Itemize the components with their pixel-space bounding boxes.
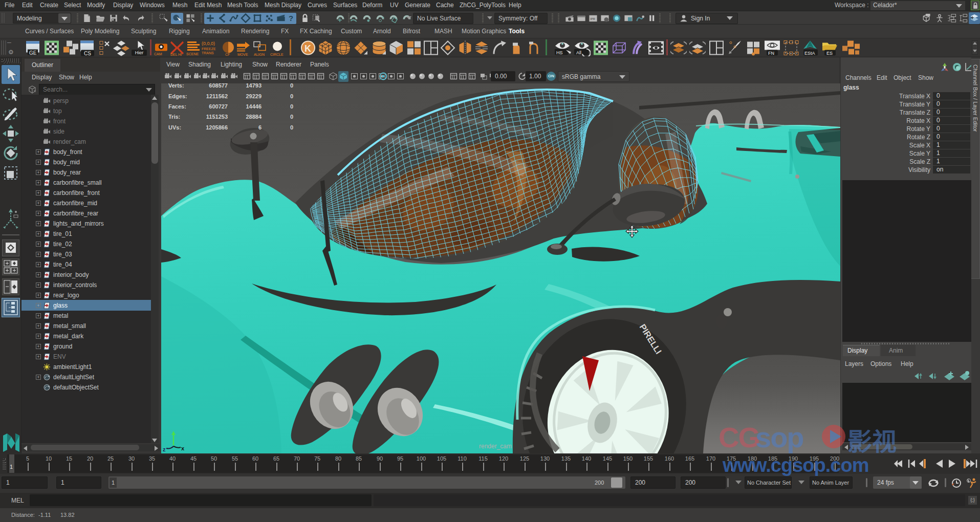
svg-text:FREEZE: FREEZE [202, 47, 216, 51]
svg-text:ALIGN: ALIGN [254, 53, 265, 56]
svg-text:DEL HI: DEL HI [170, 53, 182, 56]
svg-text:MOVE: MOVE [237, 53, 248, 56]
svg-text:x: x [181, 445, 185, 451]
svg-text:ES: ES [826, 51, 833, 56]
svg-text:render_cam: render_cam [479, 443, 512, 450]
svg-text:(0,0,0): (0,0,0) [202, 41, 215, 46]
svg-text:TRANS: TRANS [202, 51, 214, 55]
svg-text:K: K [304, 44, 311, 54]
svg-text:All: All [576, 50, 581, 55]
svg-text:FN: FN [768, 51, 774, 56]
svg-text:CS: CS [84, 51, 91, 56]
svg-text:z: z [163, 446, 166, 452]
svg-text:GE: GE [29, 50, 37, 56]
svg-text:HS: HS [556, 50, 563, 55]
svg-text:SCENE: SCENE [186, 52, 199, 56]
svg-text:CAM: CAM [154, 52, 162, 56]
svg-text:IPR: IPR [590, 17, 595, 20]
svg-text:EStA: EStA [804, 51, 815, 56]
svg-text:CF: CF [225, 53, 230, 56]
svg-text:CIRCLE: CIRCLE [270, 53, 284, 56]
